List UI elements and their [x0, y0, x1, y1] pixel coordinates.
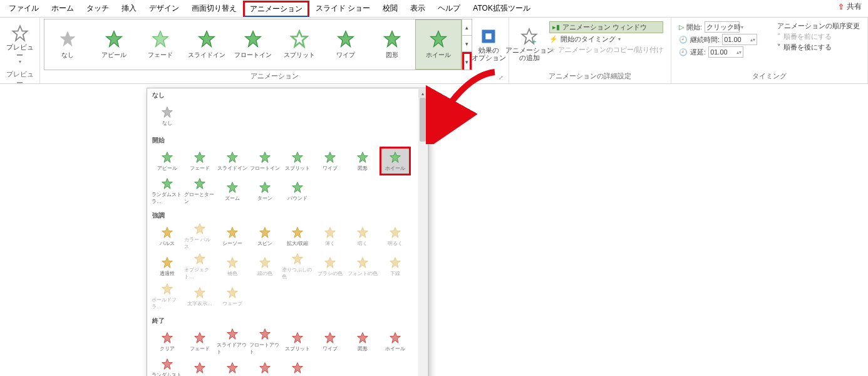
grid-item[interactable]: クリア [152, 327, 183, 356]
star-icon [197, 29, 216, 48]
share-icon: ⇪ [838, 3, 844, 11]
tab-transitions[interactable]: 画面切り替え [185, 1, 243, 16]
grid-item[interactable]: スプリット [282, 147, 313, 175]
grid-item[interactable]: スピン [249, 222, 281, 251]
gallery-item-floatin[interactable]: フロートイン [230, 19, 276, 70]
grid-item[interactable]: パルス [152, 222, 183, 251]
grid-item[interactable]: フロートアウト [249, 327, 281, 356]
svg-marker-50 [260, 329, 271, 340]
tab-atok[interactable]: ATOK拡張ツール [467, 1, 537, 16]
tab-file[interactable]: ファイル [3, 1, 45, 16]
grid-item[interactable]: なし [152, 102, 183, 130]
grid-item[interactable]: 薄く [314, 222, 346, 251]
tab-view[interactable]: 表示 [404, 1, 431, 16]
grid-item[interactable]: フロートイン [249, 147, 281, 175]
start-dropdown[interactable]: クリック時▾ [705, 21, 740, 33]
tab-animations[interactable]: アニメーション [243, 1, 309, 17]
star-icon [336, 29, 355, 48]
gallery-item-none[interactable]: なし [44, 19, 91, 70]
star-icon [226, 286, 239, 299]
gallery-item-wipe[interactable]: ワイプ [323, 19, 369, 70]
preview-button[interactable]: プレビュー ▾ [4, 19, 36, 70]
grid-item[interactable]: 下線 [380, 252, 411, 281]
tab-home[interactable]: ホーム [45, 1, 80, 16]
grid-item[interactable]: ズーム [217, 177, 248, 206]
gallery-scroll-up[interactable]: ▴ [462, 19, 472, 36]
scrollbar-thumb[interactable] [420, 98, 426, 142]
reorder-label: アニメーションの順序変更 [777, 21, 860, 31]
grid-item[interactable]: ランダムストラ… [152, 177, 183, 206]
trigger-button[interactable]: ⚡ 開始のタイミング▾ [549, 34, 663, 44]
grid-item[interactable]: 暗く [347, 222, 378, 251]
scrollbar-up[interactable]: ▴ [418, 89, 427, 98]
gallery-item-appear[interactable]: アピール [91, 19, 137, 70]
grid-item[interactable]: 明るく [380, 222, 411, 251]
tab-slideshow[interactable]: スライド ショー [309, 1, 376, 16]
star-icon [259, 328, 271, 340]
gallery-item-fade[interactable]: フェード [137, 19, 183, 70]
gallery-item-shape[interactable]: 図形 [369, 19, 415, 70]
tab-review[interactable]: 校閲 [376, 1, 404, 16]
grid-item[interactable]: スライドアウト [217, 327, 248, 356]
grid-item[interactable]: 塗りつぶしの色 [282, 252, 313, 281]
svg-marker-55 [162, 359, 173, 370]
grid-item[interactable]: ランダムストラ… [152, 357, 183, 376]
grid-item[interactable]: 図形 [347, 327, 378, 356]
gallery-item-wheel[interactable]: ホイール [415, 19, 462, 70]
share-button[interactable]: ⇪ 共有 [838, 1, 862, 12]
grid-item[interactable]: カラー パルス [184, 222, 215, 251]
grid-item[interactable]: ホイール [380, 327, 411, 356]
grid-item[interactable]: ボールドフラ… [152, 282, 183, 311]
animation-painter-button: ☆ アニメーションのコピー/貼り付け [549, 45, 663, 55]
star-icon [383, 29, 401, 48]
tab-touch[interactable]: タッチ [80, 1, 115, 16]
svg-marker-42 [358, 257, 368, 268]
dialog-launcher-icon[interactable]: ⤢ [499, 75, 504, 81]
svg-marker-7 [338, 31, 353, 47]
grid-item[interactable]: 補色 [217, 252, 248, 281]
grid-item[interactable]: ワイプ [314, 327, 346, 356]
grid-item[interactable]: アピール [152, 147, 183, 175]
grid-item[interactable]: フォントの色 [347, 252, 378, 281]
tab-design[interactable]: デザイン [143, 1, 185, 16]
gallery-expand-button[interactable]: ▾ [462, 52, 472, 70]
svg-marker-47 [162, 332, 173, 343]
grid-item[interactable]: 線の色 [249, 252, 281, 281]
add-animation-button[interactable]: + アニメーション の追加 [513, 19, 545, 70]
animation-pane-button[interactable]: ▸▮ アニメーション ウィンドウ [549, 21, 663, 33]
grid-item[interactable]: バウンド [282, 177, 313, 206]
grid-item[interactable]: バウンド [282, 357, 313, 376]
duration-input[interactable]: 01.00▴▾ [722, 34, 757, 45]
grid-item[interactable]: スプリット [282, 327, 313, 356]
grid-item[interactable]: 縮小および… [184, 357, 215, 376]
grid-item[interactable]: オブジェクト… [184, 252, 215, 281]
grid-item[interactable]: ワイプ [314, 147, 346, 175]
move-later-button[interactable]: ˅ 順番を後にする [777, 43, 860, 52]
grid-item[interactable]: ウェーブ [217, 282, 248, 311]
tab-insert[interactable]: 挿入 [115, 1, 143, 16]
gallery-item-flyin[interactable]: スライドイン [183, 19, 230, 70]
tab-help[interactable]: ヘルプ [431, 1, 467, 16]
star-icon [291, 151, 304, 164]
grid-item[interactable]: ターン [249, 357, 281, 376]
gallery-scroll-down[interactable]: ▾ [462, 36, 472, 52]
grid-item[interactable]: ホイール [380, 147, 411, 175]
grid-item[interactable]: ズーム [217, 357, 248, 376]
group-preview-label: プレビュー [4, 70, 36, 89]
panel-scrollbar[interactable]: ▴ ▾ [418, 89, 427, 376]
grid-item[interactable]: ブラシの色 [314, 252, 346, 281]
grid-item[interactable]: 図形 [347, 147, 378, 175]
grid-item[interactable]: グローとターン [184, 177, 215, 206]
grid-item[interactable]: 拡大/収縮 [282, 222, 313, 251]
gallery-item-split[interactable]: スプリット [276, 19, 323, 70]
grid-item[interactable]: 透過性 [152, 252, 183, 281]
delay-input[interactable]: 01.00▴▾ [708, 46, 743, 58]
effect-options-button[interactable]: 効果の オプション [472, 19, 505, 70]
grid-item[interactable]: ターン [249, 177, 281, 206]
grid-item[interactable]: フェード [184, 147, 215, 175]
grid-item[interactable]: フェード [184, 327, 215, 356]
grid-item[interactable]: シーソー [217, 222, 248, 251]
grid-item[interactable]: 太字表示… [184, 282, 215, 311]
star-icon [291, 226, 304, 239]
grid-item[interactable]: スライドイン [217, 147, 248, 175]
